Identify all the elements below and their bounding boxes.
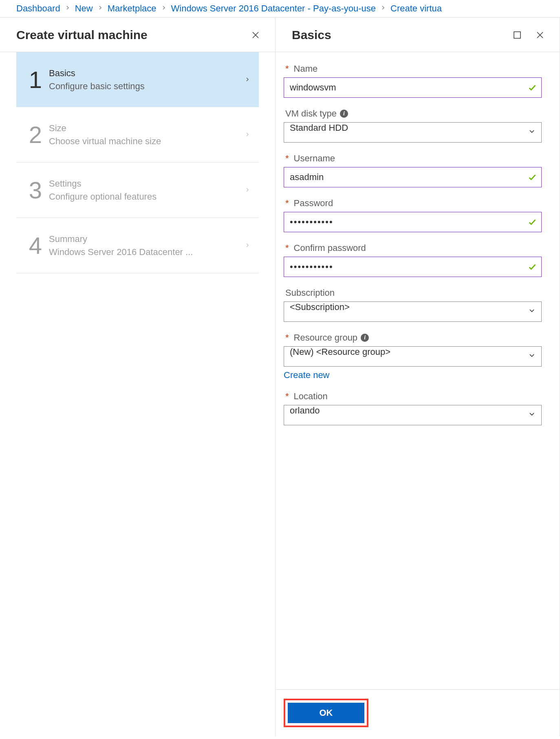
step-number: 1 <box>22 66 49 93</box>
svg-rect-2 <box>514 32 520 38</box>
field-username: * Username <box>284 153 542 187</box>
step-title: Size <box>49 123 244 134</box>
basics-form: * Name VM disk type i Standard HDD <box>276 52 560 689</box>
info-icon[interactable]: i <box>340 110 348 118</box>
check-icon <box>528 83 537 92</box>
step-subtitle: Configure basic settings <box>49 81 244 92</box>
blade-header-right: Basics <box>276 18 560 52</box>
step-number: 3 <box>22 176 49 204</box>
step-number: 4 <box>22 232 49 259</box>
chevron-right-icon <box>244 185 251 195</box>
chevron-down-icon <box>528 128 536 138</box>
breadcrumb-marketplace[interactable]: Marketplace <box>108 3 157 14</box>
field-resource-group: * Resource group i (New) <Resource group… <box>284 332 542 380</box>
step-subtitle: Windows Server 2016 Datacenter ... <box>49 247 244 257</box>
chevron-right-icon <box>380 4 386 13</box>
breadcrumb-windows-server[interactable]: Windows Server 2016 Datacenter - Pay-as-… <box>171 3 376 14</box>
required-marker: * <box>285 391 289 402</box>
blade-footer: OK <box>276 689 560 736</box>
label-name: Name <box>294 64 318 74</box>
close-icon[interactable] <box>534 29 546 41</box>
blade-title-right: Basics <box>292 28 331 42</box>
chevron-right-icon <box>244 130 251 140</box>
blade-title-left: Create virtual machine <box>16 28 148 42</box>
label-subscription: Subscription <box>285 288 335 298</box>
ok-button[interactable]: OK <box>288 703 364 723</box>
wizard-steps: 1 Basics Configure basic settings 2 Size… <box>0 52 275 273</box>
label-username: Username <box>294 153 335 164</box>
blade-header-left: Create virtual machine <box>0 18 275 52</box>
password-input[interactable] <box>284 212 542 232</box>
step-basics[interactable]: 1 Basics Configure basic settings <box>16 52 259 107</box>
required-marker: * <box>285 153 289 164</box>
label-resource-group: Resource group <box>294 332 358 343</box>
field-password: * Password <box>284 198 542 232</box>
resource-group-select[interactable]: (New) <Resource group> <box>284 346 542 367</box>
step-title: Settings <box>49 178 244 189</box>
field-location: * Location orlando <box>284 391 542 425</box>
required-marker: * <box>285 198 289 209</box>
chevron-down-icon <box>528 307 536 317</box>
step-subtitle: Configure optional features <box>49 191 244 202</box>
disk-type-select[interactable]: Standard HDD <box>284 122 542 143</box>
check-icon <box>528 218 537 227</box>
step-title: Summary <box>49 234 244 244</box>
ok-button-highlight: OK <box>284 699 368 727</box>
required-marker: * <box>285 64 289 74</box>
username-input[interactable] <box>284 167 542 187</box>
chevron-right-icon <box>64 4 71 13</box>
confirm-password-input[interactable] <box>284 257 542 277</box>
chevron-down-icon <box>528 410 536 420</box>
blade-basics: Basics * Name <box>276 18 560 736</box>
breadcrumb: Dashboard New Marketplace Windows Server… <box>0 0 560 18</box>
info-icon[interactable]: i <box>361 334 369 342</box>
name-input[interactable] <box>284 77 542 98</box>
chevron-right-icon <box>161 4 167 13</box>
step-settings[interactable]: 3 Settings Configure optional features <box>16 163 259 218</box>
subscription-select[interactable]: <Subscription> <box>284 301 542 322</box>
label-location: Location <box>294 391 328 402</box>
location-select[interactable]: orlando <box>284 405 542 425</box>
label-password: Password <box>294 198 333 209</box>
field-confirm-password: * Confirm password <box>284 243 542 277</box>
required-marker: * <box>285 243 289 253</box>
chevron-down-icon <box>528 352 536 362</box>
step-size[interactable]: 2 Size Choose virtual machine size <box>16 107 259 163</box>
label-confirm-password: Confirm password <box>294 243 366 253</box>
close-icon[interactable] <box>250 29 261 41</box>
required-marker: * <box>285 332 289 343</box>
step-number: 2 <box>22 121 49 148</box>
create-new-link[interactable]: Create new <box>284 370 330 380</box>
step-subtitle: Choose virtual machine size <box>49 136 244 147</box>
maximize-icon[interactable] <box>511 29 523 41</box>
chevron-right-icon <box>244 75 251 85</box>
field-disk-type: VM disk type i Standard HDD <box>284 108 542 143</box>
field-subscription: Subscription <Subscription> <box>284 288 542 322</box>
breadcrumb-new[interactable]: New <box>75 3 93 14</box>
label-disk-type: VM disk type <box>285 108 337 119</box>
breadcrumb-dashboard[interactable]: Dashboard <box>16 3 60 14</box>
check-icon <box>528 262 537 271</box>
chevron-right-icon <box>244 241 251 251</box>
check-icon <box>528 173 537 182</box>
step-title: Basics <box>49 68 244 79</box>
chevron-right-icon <box>97 4 104 13</box>
blade-create-vm: Create virtual machine 1 Basics Configur… <box>0 18 276 736</box>
field-name: * Name <box>284 64 542 98</box>
step-summary[interactable]: 4 Summary Windows Server 2016 Datacenter… <box>16 218 259 273</box>
breadcrumb-create-virtual[interactable]: Create virtua <box>390 3 442 14</box>
